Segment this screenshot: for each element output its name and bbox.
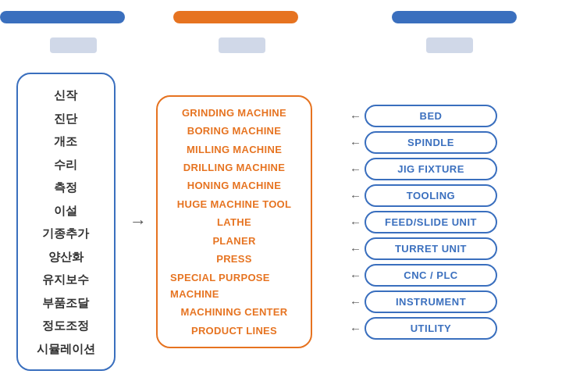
- parts-pill[interactable]: FEED/SLIDE UNIT: [365, 211, 497, 233]
- parts-arrow: ←: [350, 269, 361, 282]
- object-item: GRINDING MACHINE: [182, 105, 286, 121]
- object-item: MACHINING CENTER: [181, 304, 288, 320]
- object-header: [173, 11, 298, 23]
- service-header: [0, 11, 125, 23]
- parts-arrow: ←: [350, 109, 361, 123]
- service-box: 신작진단개조수리측정이설기종추가양산화유지보수부품조달정도조정시뮬레이션: [16, 73, 116, 371]
- content-arrow-1: →: [130, 212, 147, 232]
- object-box: GRINDING MACHINEBORING MACHINEMILLING MA…: [156, 95, 312, 349]
- parts-pill[interactable]: BED: [365, 105, 497, 127]
- parts-column: ←BED←SPINDLE←JIG FIXTURE←TOOLING←FEED/SL…: [345, 58, 554, 386]
- service-item: 부품조달: [42, 293, 89, 313]
- parts-pill[interactable]: UTILITY: [365, 317, 497, 340]
- parts-entry: ←TURRET UNIT: [350, 237, 554, 260]
- service-item: 이설: [54, 201, 77, 221]
- service-item: 양산화: [48, 247, 84, 267]
- object-item: HUGE MACHINE TOOL: [177, 196, 291, 212]
- parts-pill[interactable]: JIG FIXTURE: [365, 158, 497, 180]
- parts-arrow: ←: [350, 162, 361, 176]
- service-item: 측정: [54, 177, 77, 198]
- parts-arrow: ←: [350, 136, 361, 149]
- service-item: 기종추가: [42, 223, 89, 244]
- service-item: 정도조정: [42, 315, 89, 336]
- service-item: 진단: [54, 109, 77, 129]
- service-item: 개조: [54, 131, 77, 151]
- parts-pill[interactable]: CNC / PLC: [365, 264, 497, 287]
- parts-arrow: ←: [350, 216, 361, 229]
- object-item: PRESS: [216, 251, 252, 267]
- parts-arrow: ←: [350, 242, 361, 255]
- service-item: 유지보수: [42, 269, 89, 290]
- object-item: BORING MACHINE: [187, 123, 281, 139]
- parts-entry: ←TOOLING: [350, 184, 554, 207]
- parts-entry: ←SPINDLE: [350, 131, 554, 154]
- parts-arrow: ←: [350, 189, 361, 202]
- parts-pill[interactable]: TOOLING: [365, 184, 497, 207]
- service-chevron: [50, 37, 97, 53]
- object-item: LATHE: [217, 214, 251, 230]
- parts-arrow: ←: [350, 295, 361, 308]
- service-item: 신작: [54, 85, 77, 105]
- parts-entry: ←FEED/SLIDE UNIT: [350, 211, 554, 233]
- parts-pill[interactable]: SPINDLE: [365, 131, 497, 154]
- parts-header: [392, 11, 517, 23]
- service-item: 수리: [54, 155, 77, 175]
- service-item: 시뮬레이션: [37, 339, 95, 359]
- parts-entry: ←BED: [350, 105, 554, 127]
- parts-entry: ←CNC / PLC: [350, 264, 554, 287]
- parts-arrow: ←: [350, 322, 361, 335]
- object-item: MILLING MACHINE: [187, 141, 282, 158]
- object-item: DRILLING MACHINE: [183, 159, 285, 176]
- object-chevron: [219, 37, 265, 53]
- object-item: SPECIAL PURPOSE MACHINE: [170, 269, 298, 303]
- parts-pill[interactable]: INSTRUMENT: [365, 290, 497, 313]
- object-item: PLANER: [212, 233, 255, 249]
- parts-entry: ←JIG FIXTURE: [350, 158, 554, 180]
- parts-entry: ←INSTRUMENT: [350, 290, 554, 313]
- parts-pill[interactable]: TURRET UNIT: [365, 237, 497, 260]
- object-item: HONING MACHINE: [187, 177, 281, 194]
- object-item: PRODUCT LINES: [191, 323, 277, 339]
- parts-chevron: [426, 37, 473, 53]
- parts-entry: ←UTILITY: [350, 317, 554, 340]
